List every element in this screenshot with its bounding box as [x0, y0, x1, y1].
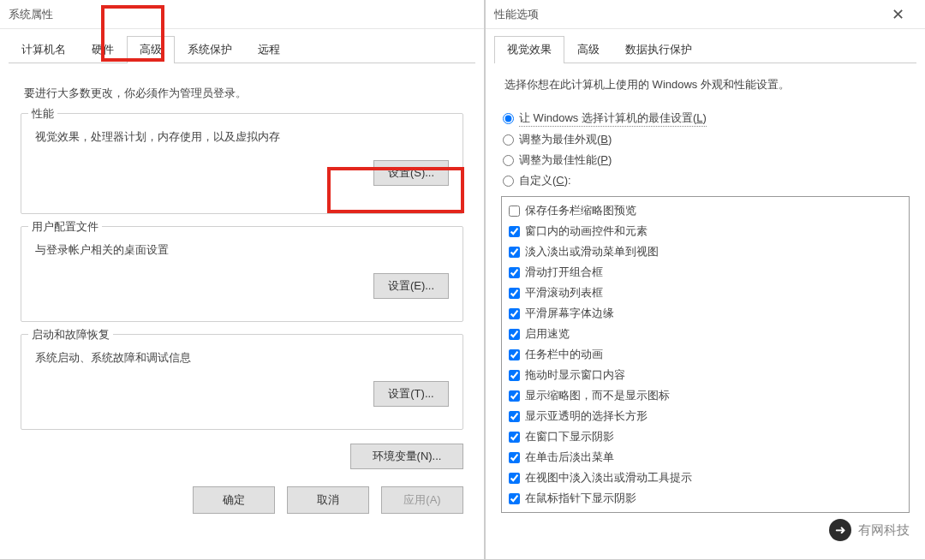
- tab-advanced[interactable]: 高级: [127, 36, 175, 63]
- check-label-15: 在桌面上为图标标签使用阴影: [525, 511, 670, 513]
- check-option-9[interactable]: 显示缩略图，而不是显示图标: [507, 385, 904, 406]
- close-icon[interactable]: ✕: [879, 2, 916, 27]
- check-option-2[interactable]: 淡入淡出或滑动菜单到视图: [507, 241, 904, 262]
- performance-options-tabs: 视觉效果 高级 数据执行保护: [494, 36, 916, 63]
- radio-label-2: 调整为最佳性能(P): [519, 152, 612, 168]
- check-option-8[interactable]: 拖动时显示窗口内容: [507, 365, 904, 385]
- check-option-3[interactable]: 滑动打开组合框: [507, 262, 904, 283]
- check-label-4: 平滑滚动列表框: [525, 285, 603, 301]
- cancel-button[interactable]: 取消: [287, 486, 369, 514]
- check-label-10: 显示亚透明的选择长方形: [525, 408, 648, 424]
- system-properties-window: 系统属性 计算机名 硬件 高级 系统保护 远程 要进行大多数更改，你必须作为管理…: [0, 0, 485, 560]
- tab-remote[interactable]: 远程: [245, 36, 293, 63]
- system-properties-footer: 确定 取消 应用(A): [0, 478, 484, 529]
- check-input-11[interactable]: [509, 432, 520, 443]
- performance-options-body: 选择你想在此计算机上使用的 Windows 外观和性能设置。 让 Windows…: [486, 63, 925, 521]
- settings-button-user-profile[interactable]: 设置(E)...: [373, 273, 449, 299]
- check-label-13: 在视图中淡入淡出或滑动工具提示: [525, 470, 692, 486]
- instruction-text: 选择你想在此计算机上使用的 Windows 外观和性能设置。: [501, 77, 910, 92]
- titlebar-left: 系统属性: [0, 0, 484, 29]
- check-label-0: 保存任务栏缩略图预览: [525, 203, 636, 218]
- radio-option-2[interactable]: 调整为最佳性能(P): [501, 150, 910, 170]
- tab-computer-name[interactable]: 计算机名: [9, 36, 79, 63]
- check-input-5[interactable]: [509, 308, 520, 319]
- window-title-right: 性能选项: [494, 7, 539, 22]
- check-input-4[interactable]: [509, 288, 520, 299]
- check-label-9: 显示缩略图，而不是显示图标: [525, 388, 670, 403]
- group-title-user-profile: 用户配置文件: [28, 219, 102, 235]
- admin-note: 要进行大多数更改，你必须作为管理员登录。: [21, 86, 463, 101]
- watermark: ➜ 有网科技: [829, 519, 910, 541]
- check-input-2[interactable]: [509, 247, 520, 258]
- check-label-11: 在窗口下显示阴影: [525, 429, 614, 444]
- radio-input-2[interactable]: [503, 155, 514, 166]
- settings-button-performance[interactable]: 设置(S)...: [373, 160, 449, 186]
- check-input-8[interactable]: [509, 370, 520, 381]
- system-properties-body: 要进行大多数更改，你必须作为管理员登录。 性能 视觉效果，处理器计划，内存使用，…: [0, 63, 484, 478]
- check-option-12[interactable]: 在单击后淡出菜单: [507, 447, 904, 468]
- radio-input-1[interactable]: [503, 134, 514, 146]
- radio-label-3: 自定义(C):: [519, 173, 571, 188]
- group-title-performance: 性能: [28, 106, 57, 122]
- performance-options-window: 性能选项 ✕ 视觉效果 高级 数据执行保护 选择你想在此计算机上使用的 Wind…: [485, 0, 925, 560]
- check-option-13[interactable]: 在视图中淡入淡出或滑动工具提示: [507, 468, 904, 488]
- check-input-12[interactable]: [509, 452, 520, 463]
- radio-label-1: 调整为最佳外观(B): [519, 132, 612, 147]
- group-user-profile: 用户配置文件 与登录帐户相关的桌面设置 设置(E)...: [21, 226, 463, 322]
- group-performance: 性能 视觉效果，处理器计划，内存使用，以及虚拟内存 设置(S)...: [21, 113, 463, 214]
- check-input-3[interactable]: [509, 267, 520, 278]
- check-input-10[interactable]: [509, 411, 520, 422]
- group-desc-user-profile: 与登录帐户相关的桌面设置: [35, 242, 449, 258]
- group-desc-performance: 视觉效果，处理器计划，内存使用，以及虚拟内存: [35, 129, 449, 145]
- check-label-8: 拖动时显示窗口内容: [525, 367, 625, 383]
- tab-advanced-right[interactable]: 高级: [564, 36, 612, 63]
- ok-button[interactable]: 确定: [193, 486, 275, 514]
- check-label-14: 在鼠标指针下显示阴影: [525, 491, 636, 506]
- check-input-0[interactable]: [509, 206, 520, 217]
- radio-option-1[interactable]: 调整为最佳外观(B): [501, 129, 910, 150]
- check-label-12: 在单击后淡出菜单: [525, 450, 614, 465]
- check-option-11[interactable]: 在窗口下显示阴影: [507, 426, 904, 447]
- check-label-3: 滑动打开组合框: [525, 265, 603, 280]
- watermark-icon: ➜: [829, 519, 851, 541]
- visual-effects-checklist[interactable]: 保存任务栏缩略图预览窗口内的动画控件和元素淡入淡出或滑动菜单到视图滑动打开组合框…: [501, 196, 910, 513]
- appearance-radio-group: 让 Windows 选择计算机的最佳设置(L)调整为最佳外观(B)调整为最佳性能…: [501, 108, 910, 191]
- check-option-7[interactable]: 任务栏中的动画: [507, 344, 904, 365]
- tab-system-protection[interactable]: 系统保护: [175, 36, 245, 63]
- group-startup-recovery: 启动和故障恢复 系统启动、系统故障和调试信息 设置(T)...: [21, 334, 463, 430]
- system-properties-tabs: 计算机名 硬件 高级 系统保护 远程: [9, 36, 475, 63]
- settings-button-startup-recovery[interactable]: 设置(T)...: [373, 381, 449, 407]
- check-option-4[interactable]: 平滑滚动列表框: [507, 283, 904, 303]
- check-option-14[interactable]: 在鼠标指针下显示阴影: [507, 488, 904, 509]
- check-input-14[interactable]: [509, 493, 520, 504]
- environment-variables-button[interactable]: 环境变量(N)...: [350, 444, 463, 469]
- group-title-startup-recovery: 启动和故障恢复: [28, 327, 113, 343]
- check-option-10[interactable]: 显示亚透明的选择长方形: [507, 406, 904, 426]
- window-title: 系统属性: [9, 7, 53, 22]
- radio-input-0[interactable]: [503, 113, 514, 124]
- check-label-2: 淡入淡出或滑动菜单到视图: [525, 244, 659, 259]
- check-label-7: 任务栏中的动画: [525, 347, 603, 362]
- radio-label-0: 让 Windows 选择计算机的最佳设置(L): [519, 110, 707, 127]
- tab-visual-effects[interactable]: 视觉效果: [494, 36, 564, 63]
- radio-input-3[interactable]: [503, 176, 514, 187]
- check-input-7[interactable]: [509, 349, 520, 360]
- check-input-9[interactable]: [509, 390, 520, 402]
- check-label-5: 平滑屏幕字体边缘: [525, 306, 614, 321]
- check-input-13[interactable]: [509, 473, 520, 484]
- apply-button[interactable]: 应用(A): [381, 486, 463, 514]
- radio-option-3[interactable]: 自定义(C):: [501, 170, 910, 191]
- check-option-1[interactable]: 窗口内的动画控件和元素: [507, 221, 904, 241]
- check-option-6[interactable]: 启用速览: [507, 324, 904, 344]
- check-input-1[interactable]: [509, 226, 520, 237]
- titlebar-right: 性能选项 ✕: [486, 0, 925, 29]
- check-option-15[interactable]: 在桌面上为图标标签使用阴影: [507, 509, 904, 513]
- tab-dep[interactable]: 数据执行保护: [612, 36, 705, 63]
- tab-hardware[interactable]: 硬件: [79, 36, 127, 63]
- radio-option-0[interactable]: 让 Windows 选择计算机的最佳设置(L): [501, 108, 910, 129]
- check-option-0[interactable]: 保存任务栏缩略图预览: [507, 200, 904, 221]
- check-input-6[interactable]: [509, 329, 520, 340]
- check-option-5[interactable]: 平滑屏幕字体边缘: [507, 303, 904, 324]
- watermark-text: 有网科技: [858, 522, 910, 539]
- check-label-1: 窗口内的动画控件和元素: [525, 223, 648, 239]
